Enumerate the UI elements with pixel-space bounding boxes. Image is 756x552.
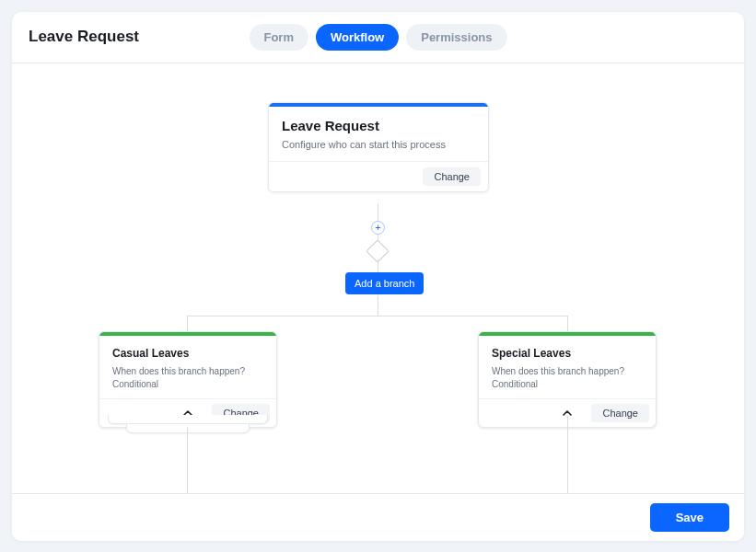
connector-line xyxy=(567,416,568,493)
start-node-title: Leave Request xyxy=(282,118,475,133)
footer: Save xyxy=(12,493,744,541)
branch-condition: Conditional xyxy=(112,379,263,389)
branch-question: When does this branch happen? xyxy=(112,365,263,378)
connector-line xyxy=(187,316,188,332)
branch-change-button[interactable]: Change xyxy=(591,404,649,422)
card-footer: Change xyxy=(269,161,488,191)
app-window: Leave Request Form Workflow Permissions … xyxy=(12,12,744,541)
add-branch-button[interactable]: Add a branch xyxy=(345,272,424,294)
card-stack-shadow xyxy=(108,415,268,424)
connector-line xyxy=(567,316,568,332)
card-body: Leave Request Configure who can start th… xyxy=(269,107,488,161)
branch-node-casual-leaves[interactable]: Casual Leaves When does this branch happ… xyxy=(99,331,277,428)
tab-form[interactable]: Form xyxy=(249,24,308,51)
connector-line xyxy=(187,427,188,493)
connector-line xyxy=(378,295,378,316)
branch-node-special-leaves[interactable]: Special Leaves When does this branch hap… xyxy=(478,331,657,428)
connector-line xyxy=(187,316,568,316)
start-node-change-button[interactable]: Change xyxy=(423,167,481,186)
connector-line xyxy=(378,259,378,272)
start-node-description: Configure who can start this process xyxy=(282,138,475,152)
branch-condition: Conditional xyxy=(492,379,643,389)
tab-workflow[interactable]: Workflow xyxy=(316,24,399,51)
add-step-icon[interactable]: + xyxy=(371,221,385,235)
connector-line xyxy=(378,203,378,222)
branch-title: Casual Leaves xyxy=(112,347,263,360)
page-title: Leave Request xyxy=(29,28,139,46)
card-body: Casual Leaves When does this branch happ… xyxy=(99,336,276,398)
tab-permissions[interactable]: Permissions xyxy=(406,24,506,51)
branch-question: When does this branch happen? xyxy=(492,365,643,378)
card-body: Special Leaves When does this branch hap… xyxy=(479,336,656,398)
save-button[interactable]: Save xyxy=(650,503,729,532)
card-stack-shadow xyxy=(126,424,250,433)
branch-title: Special Leaves xyxy=(492,347,643,360)
header: Leave Request Form Workflow Permissions xyxy=(12,12,744,63)
workflow-canvas[interactable]: Leave Request Configure who can start th… xyxy=(12,63,744,493)
start-node[interactable]: Leave Request Configure who can start th… xyxy=(268,102,489,192)
tab-group: Form Workflow Permissions xyxy=(249,24,506,51)
